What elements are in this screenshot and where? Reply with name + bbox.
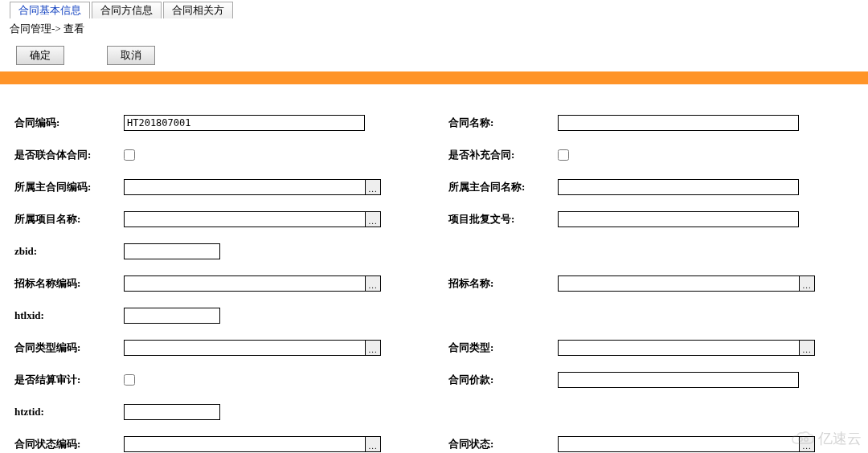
tab-basic-info[interactable]: 合同基本信息 xyxy=(10,2,90,18)
breadcrumb: 合同管理-> 查看 xyxy=(0,18,868,41)
tab-party-info[interactable]: 合同方信息 xyxy=(92,2,162,18)
checkbox-sfjssj[interactable] xyxy=(124,374,135,386)
lookup-sszhtbm[interactable]: ... xyxy=(365,179,381,195)
input-sszhtmc[interactable] xyxy=(558,179,799,195)
label-htlx: 合同类型: xyxy=(445,341,558,355)
label-htmc: 合同名称: xyxy=(445,116,558,130)
label-htztid: htztid: xyxy=(11,406,124,418)
label-htlxid: htlxid: xyxy=(11,309,124,322)
label-htbm: 合同编码: xyxy=(11,116,124,130)
label-zbid: zbid: xyxy=(11,245,124,258)
tab-bar: 合同基本信息 合同方信息 合同相关方 xyxy=(0,0,868,18)
label-zbmc: 招标名称: xyxy=(445,276,558,291)
label-xmpfwh: 项目批复文号: xyxy=(445,212,558,226)
input-htlx[interactable] xyxy=(558,340,799,356)
label-sszhtmc: 所属主合同名称: xyxy=(445,180,558,194)
ok-button[interactable]: 确定 xyxy=(16,46,64,65)
input-xmpfwh[interactable] xyxy=(558,211,799,227)
label-ssxmmc: 所属项目名称: xyxy=(11,212,124,226)
input-htmc[interactable] xyxy=(558,115,799,131)
input-ssxmmc[interactable] xyxy=(124,211,365,227)
label-sszhtbm: 所属主合同编码: xyxy=(11,180,124,194)
label-htjk: 合同价款: xyxy=(445,373,558,387)
label-htzt: 合同状态: xyxy=(445,437,558,451)
input-htztbm[interactable] xyxy=(124,436,365,452)
checkbox-sfbcht[interactable] xyxy=(558,149,569,161)
input-htlxbm[interactable] xyxy=(124,340,365,356)
tab-related-party[interactable]: 合同相关方 xyxy=(163,2,233,18)
checkbox-sflhtht[interactable] xyxy=(124,149,135,161)
lookup-htztbm[interactable]: ... xyxy=(365,436,381,452)
input-htztid[interactable] xyxy=(124,404,220,420)
section-divider xyxy=(0,71,868,84)
label-sfjssj: 是否结算审计: xyxy=(11,373,124,387)
input-htlxid[interactable] xyxy=(124,308,220,324)
input-zbmcbm[interactable] xyxy=(124,275,365,292)
label-htztbm: 合同状态编码: xyxy=(11,437,124,451)
input-zbid[interactable] xyxy=(124,243,220,259)
input-htzt[interactable] xyxy=(558,436,799,452)
lookup-htlx[interactable]: ... xyxy=(799,340,815,356)
lookup-ssxmmc[interactable]: ... xyxy=(365,211,381,227)
lookup-htlxbm[interactable]: ... xyxy=(365,340,381,356)
cancel-button[interactable]: 取消 xyxy=(107,46,155,65)
action-bar: 确定 取消 xyxy=(0,41,868,71)
lookup-zbmc[interactable]: ... xyxy=(799,275,815,292)
input-htbm[interactable] xyxy=(124,115,365,131)
label-sfbcht: 是否补充合同: xyxy=(445,148,558,162)
label-zbmcbm: 招标名称编码: xyxy=(11,276,124,291)
form-area: 合同编码: 合同名称: 是否联合体合同: 是否补充合同: 所属主合同编码: ..… xyxy=(0,84,868,453)
lookup-zbmcbm[interactable]: ... xyxy=(365,275,381,292)
label-sflhtht: 是否联合体合同: xyxy=(11,148,124,162)
label-htlxbm: 合同类型编码: xyxy=(11,341,124,355)
lookup-htzt[interactable]: ... xyxy=(799,436,815,452)
input-htjk[interactable] xyxy=(558,372,799,388)
input-sszhtbm[interactable] xyxy=(124,179,365,195)
input-zbmc[interactable] xyxy=(558,275,799,292)
